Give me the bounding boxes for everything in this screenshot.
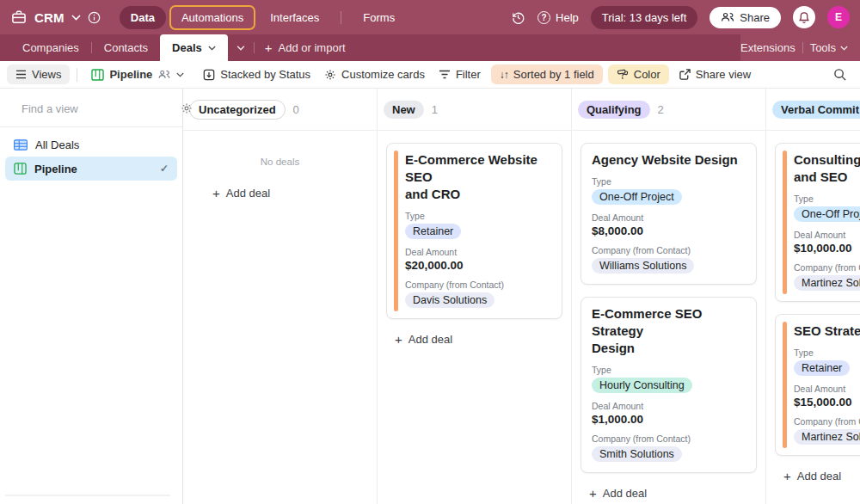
- customize-cards-button[interactable]: Customize cards: [317, 65, 432, 84]
- notifications-button[interactable]: [793, 6, 815, 28]
- deal-amount-value: $1,000.00: [592, 413, 746, 426]
- deal-card[interactable]: E-Commerce SEO Strategy DesignTypeHourly…: [580, 297, 757, 473]
- plus-icon: +: [589, 486, 597, 501]
- sort-arrows-icon: ↓↑: [500, 69, 508, 81]
- field-label-type: Type: [405, 211, 551, 221]
- add-deal-button[interactable]: +Add deal: [589, 486, 757, 501]
- paint-roller-icon: [617, 69, 629, 81]
- deal-title: E-Commerce SEO Strategy Design: [592, 305, 746, 357]
- info-icon[interactable]: [88, 11, 101, 24]
- empty-state-label: No deals: [192, 131, 368, 167]
- field-label-amount: Deal Amount: [592, 212, 746, 223]
- nav-tab-automations[interactable]: Automations: [169, 5, 255, 30]
- top-bar-actions: ? Help Trial: 13 days left Share E: [511, 6, 850, 29]
- user-avatar[interactable]: E: [827, 6, 850, 28]
- views-button[interactable]: Views: [7, 65, 70, 84]
- field-label-company: Company (from Contact): [405, 280, 551, 290]
- nav-tab-interfaces[interactable]: Interfaces: [259, 6, 330, 29]
- add-deal-button[interactable]: +Add deal: [212, 186, 368, 200]
- deal-title: SEO Strategy: [794, 323, 860, 340]
- add-deal-button[interactable]: +Add deal: [783, 469, 860, 483]
- company-badge: Davis Solutions: [405, 292, 494, 308]
- chevron-down-icon[interactable]: [71, 15, 81, 21]
- sidebar-view-pipeline[interactable]: Pipeline ✓: [5, 157, 177, 181]
- customize-cards-label: Customize cards: [341, 68, 425, 81]
- kanban-board: Uncategorized0No deals+Add dealNew1E-Com…: [183, 89, 860, 504]
- people-icon: [721, 12, 734, 22]
- deal-title: Consulting Agency and SEO: [794, 151, 860, 186]
- tools-button[interactable]: Tools: [810, 41, 848, 54]
- collaborators-icon: [157, 70, 171, 79]
- check-icon: ✓: [160, 163, 169, 175]
- stacked-by-button[interactable]: Stacked by Status: [196, 65, 317, 84]
- share-button[interactable]: Share: [710, 7, 781, 28]
- table-tab-companies[interactable]: Companies: [10, 34, 91, 61]
- table-tab-contacts[interactable]: Contacts: [92, 34, 160, 61]
- nav-tab-data[interactable]: Data: [120, 6, 166, 29]
- column-status-badge[interactable]: Qualifying: [578, 101, 650, 119]
- sidebar-bottom-divider: [5, 495, 170, 496]
- column-count: 2: [658, 103, 664, 116]
- deal-amount-value: $15,000.00: [794, 396, 860, 409]
- table-list-dropdown[interactable]: [228, 34, 254, 61]
- field-label-company: Company (from Contact): [592, 245, 746, 255]
- plus-icon: +: [395, 332, 402, 347]
- stack-icon: [203, 69, 215, 81]
- chevron-down-icon: [840, 46, 848, 51]
- add-deal-label: Add deal: [408, 333, 452, 346]
- view-name: All Deals: [35, 138, 79, 151]
- company-badge: Martinez Solutions: [794, 275, 860, 291]
- add-deal-button[interactable]: +Add deal: [395, 332, 562, 347]
- color-button[interactable]: Color: [608, 65, 669, 84]
- field-label-amount: Deal Amount: [592, 401, 746, 411]
- filter-icon: [439, 70, 451, 79]
- nav-tab-forms[interactable]: Forms: [352, 6, 406, 29]
- table-tab-deals[interactable]: Deals: [160, 34, 228, 61]
- gear-icon: [324, 69, 336, 81]
- stacked-by-label: Stacked by Status: [220, 68, 310, 81]
- tab-divider: [802, 42, 803, 53]
- deal-amount-value: $20,000.00: [405, 259, 551, 272]
- find-view-input[interactable]: [22, 102, 173, 115]
- column-status-badge[interactable]: Verbal Commit: [772, 101, 860, 119]
- search-icon: [833, 68, 846, 81]
- filter-button[interactable]: Filter: [432, 65, 488, 84]
- plus-icon: +: [783, 469, 791, 483]
- column-count: 0: [293, 103, 299, 116]
- extensions-button[interactable]: Extensions: [740, 41, 796, 54]
- view-settings-gear-icon[interactable]: [181, 102, 193, 114]
- history-icon[interactable]: [511, 10, 525, 25]
- field-label-type: Type: [794, 194, 860, 204]
- chevron-down-icon: [236, 46, 245, 51]
- sort-button[interactable]: ↓↑ Sorted by 1 field: [491, 65, 603, 84]
- add-deal-label: Add deal: [226, 187, 270, 200]
- sidebar-view-all-deals[interactable]: All Deals: [5, 132, 177, 157]
- color-label: Color: [634, 68, 660, 81]
- add-or-import-label: Add or import: [279, 41, 346, 54]
- kanban-column: Verbal CommitConsulting Agency and SEOTy…: [766, 89, 860, 504]
- trial-badge[interactable]: Trial: 13 days left: [591, 6, 698, 29]
- help-label: Help: [556, 11, 579, 24]
- column-status-badge[interactable]: New: [384, 101, 424, 119]
- kanban-column: Qualifying2Agency Website DesignTypeOne-…: [572, 89, 766, 504]
- deal-card[interactable]: Agency Website DesignTypeOne-Off Project…: [580, 143, 757, 285]
- main-area: All Deals Pipeline ✓ Uncategorized0No de…: [0, 89, 860, 504]
- app-title: CRM: [34, 10, 64, 25]
- help-button[interactable]: ? Help: [538, 11, 579, 24]
- sidebar-divider: [0, 126, 182, 127]
- sort-label: Sorted by 1 field: [513, 68, 594, 81]
- add-or-import-button[interactable]: + Add or import: [255, 34, 356, 61]
- field-label-type: Type: [592, 176, 746, 187]
- deal-amount-value: $8,000.00: [592, 224, 746, 237]
- current-view-button[interactable]: Pipeline: [84, 65, 191, 84]
- views-label: Views: [32, 68, 61, 81]
- deal-card[interactable]: E-Commerce Website SEO and CROTypeRetain…: [386, 143, 562, 319]
- deal-card[interactable]: Consulting Agency and SEOTypeOne-Off Pro…: [775, 143, 860, 302]
- company-badge: Martinez Solutions: [794, 429, 860, 445]
- bell-icon: [798, 11, 810, 24]
- share-view-button[interactable]: Share view: [673, 65, 758, 84]
- deal-card[interactable]: SEO StrategyTypeRetainerDeal Amount$15,0…: [775, 314, 860, 456]
- column-status-badge[interactable]: Uncategorized: [189, 100, 286, 120]
- search-button[interactable]: [833, 68, 846, 81]
- field-label-company: Company (from Contact): [794, 416, 860, 427]
